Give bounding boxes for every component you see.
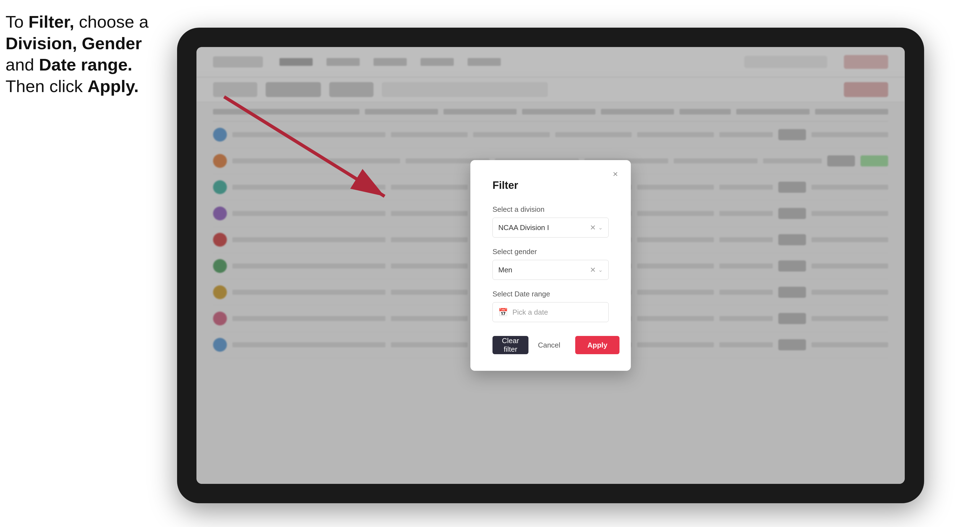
date-range-input[interactable]: 📅 Pick a date <box>493 302 609 322</box>
gender-label: Select gender <box>493 248 609 256</box>
division-clear-icon[interactable]: ✕ <box>590 224 596 232</box>
gender-selected-value: Men <box>498 266 590 274</box>
filter-modal: × Filter Select a division NCAA Division… <box>470 160 631 371</box>
cancel-button[interactable]: Cancel <box>528 336 570 354</box>
division-select[interactable]: NCAA Division I ✕ ⌄ <box>493 217 609 238</box>
division-label: Select a division <box>493 205 609 214</box>
date-range-label: Select Date range <box>493 290 609 298</box>
modal-title: Filter <box>493 179 609 191</box>
date-placeholder: Pick a date <box>512 308 548 317</box>
modal-overlay: × Filter Select a division NCAA Division… <box>196 47 905 484</box>
gender-select[interactable]: Men ✕ ⌄ <box>493 260 609 280</box>
tablet-screen: × Filter Select a division NCAA Division… <box>196 47 905 484</box>
instruction-apply-word: Apply. <box>88 76 138 96</box>
gender-chevron-icon: ⌄ <box>598 267 603 273</box>
instruction-block: To Filter, choose a Division, Gender and… <box>6 11 166 97</box>
modal-close-button[interactable]: × <box>609 168 621 180</box>
clear-filter-button[interactable]: Clear filter <box>493 336 528 354</box>
division-selected-value: NCAA Division I <box>498 224 590 232</box>
gender-clear-icon[interactable]: ✕ <box>590 266 596 274</box>
apply-button[interactable]: Apply <box>575 336 619 354</box>
tablet-device: × Filter Select a division NCAA Division… <box>177 28 924 503</box>
division-select-icons: ✕ ⌄ <box>590 224 603 232</box>
instruction-date-range: Date range. <box>39 55 132 74</box>
instruction-filter-word: Filter, <box>29 12 74 31</box>
modal-footer: Clear filter Cancel Apply <box>493 336 609 354</box>
division-chevron-icon: ⌄ <box>598 224 603 231</box>
gender-select-icons: ✕ ⌄ <box>590 266 603 274</box>
calendar-icon: 📅 <box>498 308 508 317</box>
modal-footer-right: Cancel Apply <box>528 336 619 354</box>
instruction-division-gender: Division, Gender <box>6 34 142 53</box>
